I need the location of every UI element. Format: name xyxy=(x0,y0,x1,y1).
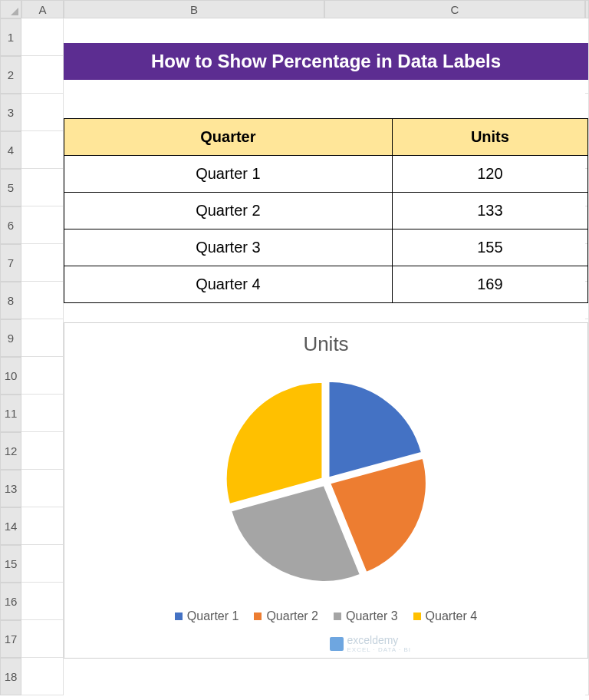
cell[interactable] xyxy=(21,282,64,319)
watermark-tagline: EXCEL · DATA · BI xyxy=(347,646,411,653)
legend-swatch xyxy=(254,612,262,620)
row-header[interactable]: 17 xyxy=(0,620,21,658)
cell[interactable] xyxy=(21,395,64,432)
cell-units[interactable]: 169 xyxy=(392,266,587,303)
row-header[interactable]: 15 xyxy=(0,545,21,583)
row-header[interactable]: 13 xyxy=(0,470,21,507)
row-header[interactable]: 5 xyxy=(0,169,21,206)
row-header[interactable]: 2 xyxy=(0,56,21,94)
col-header-c[interactable]: C xyxy=(324,0,585,18)
cell[interactable] xyxy=(21,432,64,470)
cell-quarter[interactable]: Quarter 3 xyxy=(64,229,393,266)
data-table: Quarter Units Quarter 1120 Quarter 2133 … xyxy=(64,118,588,303)
content-area: How to Show Percentage in Data Labels Qu… xyxy=(64,18,585,695)
cell[interactable] xyxy=(21,470,64,507)
pie-chart xyxy=(64,370,587,593)
table-row: Quarter 4169 xyxy=(64,266,588,303)
table-row: Quarter 3155 xyxy=(64,229,588,266)
row-header[interactable]: 16 xyxy=(0,583,21,620)
cell[interactable] xyxy=(21,583,64,620)
table-header-row: Quarter Units xyxy=(64,119,588,156)
legend-swatch xyxy=(175,612,183,620)
cell[interactable] xyxy=(21,18,64,56)
cell[interactable] xyxy=(21,658,64,695)
header-units[interactable]: Units xyxy=(392,119,587,156)
legend-label: Quarter 3 xyxy=(346,609,398,623)
cell-units[interactable]: 133 xyxy=(392,193,587,229)
legend-label: Quarter 2 xyxy=(266,609,318,623)
row-header[interactable]: 12 xyxy=(0,432,21,470)
cell[interactable] xyxy=(21,169,64,206)
cell[interactable] xyxy=(21,620,64,658)
watermark-logo-icon xyxy=(330,637,344,651)
cell-units[interactable]: 155 xyxy=(392,229,587,266)
watermark-brand: exceldemy xyxy=(347,634,398,646)
legend-swatch xyxy=(334,612,341,620)
cell-units[interactable]: 120 xyxy=(392,156,587,193)
legend-label: Quarter 4 xyxy=(426,609,478,623)
chart-title: Units xyxy=(64,332,587,356)
cell[interactable] xyxy=(585,658,589,695)
row-header[interactable]: 8 xyxy=(0,282,21,319)
table-row: Quarter 1120 xyxy=(64,156,588,193)
select-all-corner[interactable] xyxy=(0,0,21,18)
chart-container[interactable]: Units Quarter 1 Quarter 2 Quarter 3 Quar… xyxy=(64,322,588,659)
watermark: exceldemy EXCEL · DATA · BI xyxy=(330,634,411,653)
cell[interactable] xyxy=(21,131,64,169)
cell[interactable] xyxy=(21,94,64,131)
row-header[interactable]: 11 xyxy=(0,395,21,432)
legend-item: Quarter 4 xyxy=(413,609,478,623)
row-header[interactable]: 4 xyxy=(0,131,21,169)
cell[interactable] xyxy=(21,56,64,94)
row-header[interactable]: 1 xyxy=(0,18,21,56)
cell-quarter[interactable]: Quarter 4 xyxy=(64,266,393,303)
cell[interactable] xyxy=(21,319,64,357)
chart-legend: Quarter 1 Quarter 2 Quarter 3 Quarter 4 xyxy=(64,609,587,623)
header-quarter[interactable]: Quarter xyxy=(64,119,393,156)
pie-slice[interactable] xyxy=(226,382,323,504)
row-header[interactable]: 7 xyxy=(0,244,21,282)
legend-item: Quarter 2 xyxy=(254,609,318,623)
row-header[interactable]: 6 xyxy=(0,206,21,244)
cell[interactable] xyxy=(21,244,64,282)
cell[interactable] xyxy=(21,357,64,395)
legend-swatch xyxy=(413,612,421,620)
legend-item: Quarter 3 xyxy=(334,609,398,623)
col-header-empty[interactable] xyxy=(585,0,589,18)
row-header[interactable]: 3 xyxy=(0,94,21,131)
row-header[interactable]: 18 xyxy=(0,658,21,695)
col-header-a[interactable]: A xyxy=(21,0,64,18)
page-title: How to Show Percentage in Data Labels xyxy=(64,43,588,80)
row-header[interactable]: 9 xyxy=(0,319,21,357)
row-header[interactable]: 10 xyxy=(0,357,21,395)
cell-quarter[interactable]: Quarter 1 xyxy=(64,156,393,193)
table-row: Quarter 2133 xyxy=(64,193,588,229)
col-header-b[interactable]: B xyxy=(64,0,324,18)
spreadsheet-grid: A B C 1 How to Show Percentage in Data L… xyxy=(0,0,589,695)
legend-item: Quarter 1 xyxy=(175,609,239,623)
cell[interactable] xyxy=(21,545,64,583)
cell[interactable] xyxy=(21,507,64,545)
legend-label: Quarter 1 xyxy=(187,609,239,623)
row-header[interactable]: 14 xyxy=(0,507,21,545)
cell[interactable] xyxy=(21,206,64,244)
cell-quarter[interactable]: Quarter 2 xyxy=(64,193,393,229)
